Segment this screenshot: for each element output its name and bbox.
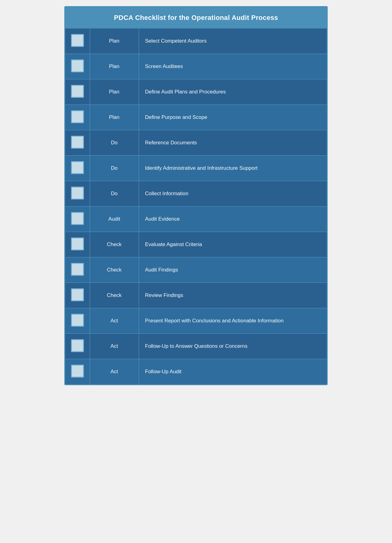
phase-cell: Do [90, 130, 139, 156]
checkbox-icon[interactable] [71, 187, 84, 199]
checkbox-icon[interactable] [71, 263, 84, 276]
table-row: AuditAudit Evidence [65, 207, 327, 232]
table-row: PlanScreen Auditees [65, 54, 327, 79]
checkbox-cell [65, 130, 90, 156]
phase-cell: Plan [90, 105, 139, 130]
checkbox-cell [65, 334, 90, 359]
phase-cell: Plan [90, 54, 139, 79]
checkbox-icon[interactable] [71, 59, 84, 72]
phase-cell: Check [90, 283, 139, 308]
description-cell: Collect Information [139, 181, 327, 207]
description-cell: Review Findings [139, 283, 327, 308]
page-title: PDCA Checklist for the Operational Audit… [65, 7, 327, 28]
checkbox-icon[interactable] [71, 34, 84, 47]
checkbox-cell [65, 232, 90, 257]
description-cell: Select Competent Auditors [139, 28, 327, 54]
checkbox-icon[interactable] [71, 161, 84, 174]
phase-cell: Do [90, 156, 139, 181]
checkbox-cell [65, 257, 90, 283]
phase-cell: Do [90, 181, 139, 207]
checkbox-cell [65, 156, 90, 181]
checkbox-cell [65, 54, 90, 79]
checkbox-icon[interactable] [71, 365, 84, 378]
table-row: ActFollow-Up Audit [65, 359, 327, 385]
checkbox-icon[interactable] [71, 85, 84, 98]
checkbox-icon[interactable] [71, 212, 84, 225]
description-cell: Audit Findings [139, 257, 327, 283]
table-row: CheckEvaluate Against Criteria [65, 232, 327, 257]
checklist-table: PlanSelect Competent AuditorsPlanScreen … [65, 28, 327, 384]
phase-cell: Check [90, 257, 139, 283]
phase-cell: Plan [90, 28, 139, 54]
checkbox-cell [65, 207, 90, 232]
phase-cell: Act [90, 334, 139, 359]
checkbox-icon[interactable] [71, 288, 84, 301]
checkbox-cell [65, 359, 90, 385]
table-row: DoIdentify Administrative and Infrastruc… [65, 156, 327, 181]
checkbox-cell [65, 308, 90, 334]
phase-cell: Act [90, 308, 139, 334]
phase-cell: Plan [90, 79, 139, 105]
table-row: PlanDefine Audit Plans and Procedures [65, 79, 327, 105]
checkbox-icon[interactable] [71, 237, 84, 250]
table-row: DoCollect Information [65, 181, 327, 207]
description-cell: Audit Evidence [139, 207, 327, 232]
table-row: DoReference Documents [65, 130, 327, 156]
description-cell: Reference Documents [139, 130, 327, 156]
description-cell: Present Report with Conclusions and Acti… [139, 308, 327, 334]
phase-cell: Act [90, 359, 139, 385]
checkbox-icon[interactable] [71, 339, 84, 352]
description-cell: Screen Auditees [139, 54, 327, 79]
description-cell: Define Purpose and Scope [139, 105, 327, 130]
table-row: PlanSelect Competent Auditors [65, 28, 327, 54]
phase-cell: Audit [90, 207, 139, 232]
table-row: CheckAudit Findings [65, 257, 327, 283]
checkbox-cell [65, 79, 90, 105]
checkbox-icon[interactable] [71, 136, 84, 149]
description-cell: Identify Administrative and Infrastructu… [139, 156, 327, 181]
table-row: ActFollow-Up to Answer Questions or Conc… [65, 334, 327, 359]
description-cell: Evaluate Against Criteria [139, 232, 327, 257]
description-cell: Define Audit Plans and Procedures [139, 79, 327, 105]
table-row: CheckReview Findings [65, 283, 327, 308]
description-cell: Follow-Up Audit [139, 359, 327, 385]
description-cell: Follow-Up to Answer Questions or Concern… [139, 334, 327, 359]
checkbox-cell [65, 28, 90, 54]
phase-cell: Check [90, 232, 139, 257]
checkbox-icon[interactable] [71, 110, 84, 123]
checkbox-cell [65, 181, 90, 207]
table-row: PlanDefine Purpose and Scope [65, 105, 327, 130]
checklist-container: PDCA Checklist for the Operational Audit… [64, 6, 328, 385]
checkbox-cell [65, 283, 90, 308]
checkbox-icon[interactable] [71, 314, 84, 327]
table-row: ActPresent Report with Conclusions and A… [65, 308, 327, 334]
checkbox-cell [65, 105, 90, 130]
